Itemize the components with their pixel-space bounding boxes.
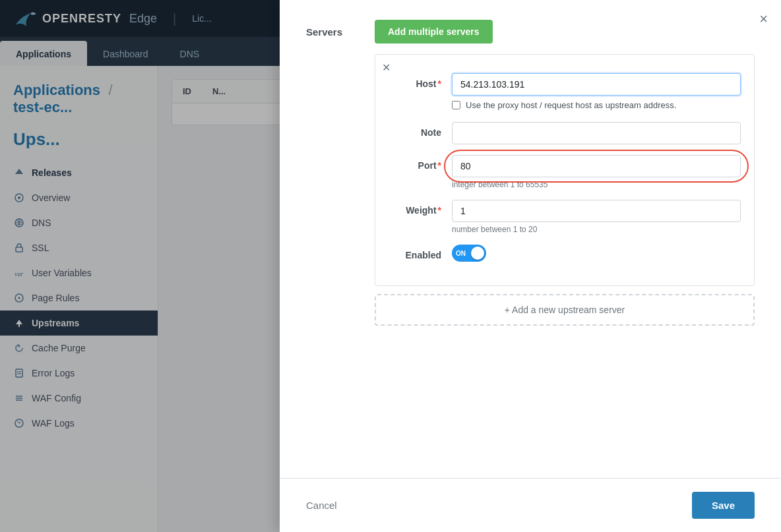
note-row: Note	[389, 122, 741, 144]
servers-section: Servers Add multiple servers ✕ Host*	[306, 20, 755, 326]
port-highlight	[452, 155, 741, 177]
modal-close-button[interactable]: ×	[759, 11, 768, 28]
host-row: Host* Use the proxy host / request host …	[389, 73, 741, 111]
note-input[interactable]	[452, 122, 741, 144]
enabled-label: Enabled	[389, 245, 441, 260]
note-label: Note	[389, 122, 441, 138]
modal-body: Servers Add multiple servers ✕ Host*	[280, 0, 781, 478]
host-input[interactable]	[452, 73, 741, 96]
toggle-thumb	[471, 247, 484, 260]
weight-input-wrap: number between 1 to 20	[452, 200, 741, 234]
port-input-wrap: integer between 1 to 65535	[452, 155, 741, 189]
toggle-on-label: ON	[456, 250, 466, 257]
servers-label: Servers	[306, 20, 359, 38]
cancel-button[interactable]: Cancel	[306, 500, 337, 511]
note-input-wrap	[452, 122, 741, 144]
modal-overlay: × Servers Add multiple servers ✕ Host*	[0, 0, 781, 532]
weight-hint: number between 1 to 20	[452, 225, 741, 234]
enabled-row: Enabled ON	[389, 245, 741, 262]
port-input[interactable]	[452, 155, 741, 177]
host-input-wrap: Use the proxy host / request host as ups…	[452, 73, 741, 111]
port-label: Port*	[389, 155, 441, 171]
modal-footer: Cancel Save	[280, 478, 781, 532]
weight-input[interactable]	[452, 200, 741, 222]
modal: × Servers Add multiple servers ✕ Host*	[280, 0, 781, 532]
host-label: Host*	[389, 73, 441, 89]
weight-label: Weight*	[389, 200, 441, 216]
proxy-host-row: Use the proxy host / request host as ups…	[452, 100, 741, 111]
add-multiple-servers-button[interactable]: Add multiple servers	[375, 20, 493, 44]
port-row: Port* integer between 1 to 65535	[389, 155, 741, 189]
server-card-close-button[interactable]: ✕	[382, 61, 390, 74]
toggle-track: ON	[452, 245, 486, 262]
weight-row: Weight* number between 1 to 20	[389, 200, 741, 234]
save-button[interactable]: Save	[692, 492, 755, 519]
use-proxy-label: Use the proxy host / request host as ups…	[466, 100, 676, 111]
use-proxy-checkbox[interactable]	[452, 101, 460, 109]
enabled-toggle[interactable]: ON	[452, 245, 486, 262]
enabled-toggle-wrap: ON	[452, 245, 741, 262]
port-hint: integer between 1 to 65535	[452, 180, 741, 189]
add-upstream-server-button[interactable]: + Add a new upstream server	[375, 294, 755, 326]
servers-content: Add multiple servers ✕ Host*	[375, 20, 755, 326]
toggle-container: ON	[452, 245, 741, 262]
server-card: ✕ Host* Use the proxy host / request hos…	[375, 54, 755, 286]
